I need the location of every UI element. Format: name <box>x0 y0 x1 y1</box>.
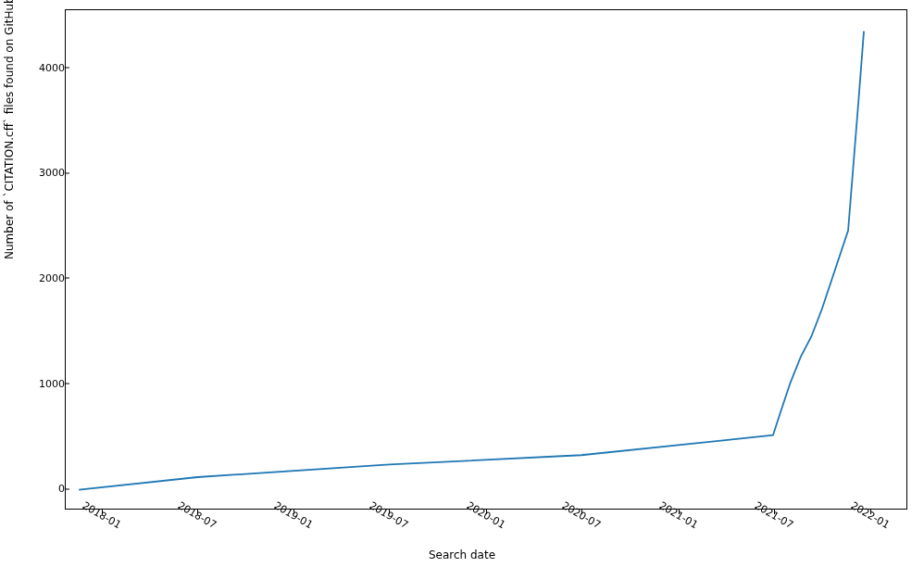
y-tick-label: 4000 <box>28 61 65 73</box>
y-tick-label: 2000 <box>28 271 65 284</box>
x-axis-ticks: 2018-012018-072019-012019-072020-012020-… <box>65 510 907 556</box>
y-axis-label: Number of `CITATION.cff` files found on … <box>3 0 16 259</box>
chart-plot-area <box>65 9 907 510</box>
line-chart-svg <box>66 10 906 509</box>
y-axis-ticks: 01000200030004000 <box>28 9 65 510</box>
y-tick-label: 0 <box>28 483 65 495</box>
y-tick-label: 1000 <box>28 377 65 389</box>
y-tick-label: 3000 <box>28 167 65 179</box>
